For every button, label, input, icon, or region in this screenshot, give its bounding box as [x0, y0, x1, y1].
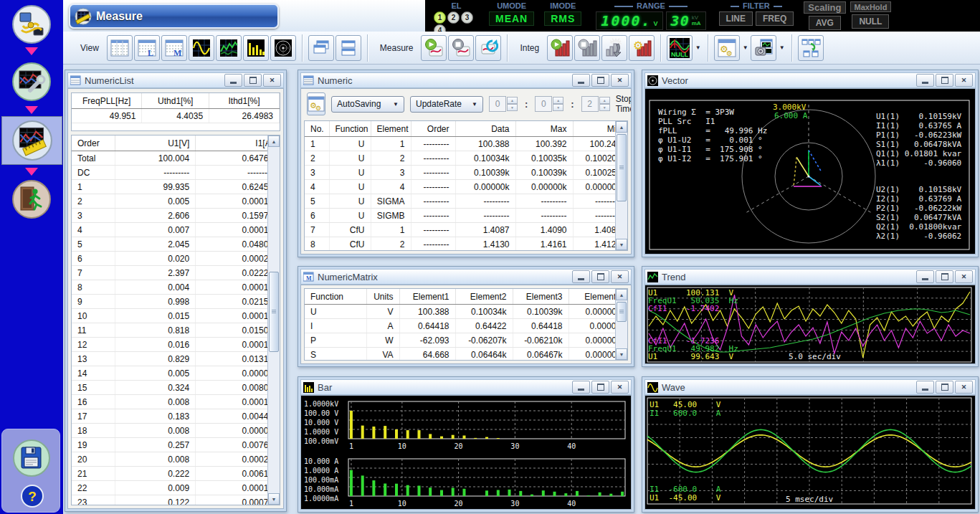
- integ-settings-button[interactable]: ⚙: [629, 35, 655, 61]
- close-button[interactable]: ✕: [611, 270, 629, 283]
- application: ? Measure EL 1 2 3: [0, 0, 980, 514]
- line-filter-button[interactable]: LINE: [719, 11, 753, 26]
- el-label: EL: [438, 1, 475, 11]
- measure-update-button[interactable]: [475, 35, 501, 61]
- restore-button[interactable]: [244, 74, 262, 87]
- column-header: Order: [411, 121, 455, 137]
- minimize-button[interactable]: [572, 270, 590, 283]
- trend-titlebar[interactable]: Trend ✕: [644, 269, 976, 285]
- bar-subchart: 1.0000kV 100.00 V 10.000 V 1.0000 V 100.…: [301, 399, 631, 453]
- scroll-down-button[interactable]: ▼: [616, 239, 627, 250]
- el-2-indicator[interactable]: 2: [447, 11, 460, 24]
- numeric-view-button[interactable]: [107, 35, 133, 61]
- null-status-button[interactable]: NULL: [852, 14, 889, 29]
- numeric-list-titlebar[interactable]: NumericList ✕: [67, 72, 284, 88]
- measure-stop-button[interactable]: [448, 35, 474, 61]
- scrollbar-thumb[interactable]: [617, 302, 627, 322]
- close-button[interactable]: ✕: [955, 270, 973, 283]
- integ-reset-button[interactable]: [601, 35, 627, 61]
- freq-filter-button[interactable]: FREQ: [756, 11, 794, 26]
- vector-window-icon: [647, 75, 658, 86]
- scrollbar-thumb[interactable]: [617, 134, 627, 201]
- avg-button[interactable]: AVG: [809, 16, 841, 30]
- scroll-up-button[interactable]: ▲: [616, 289, 627, 300]
- numeric-matrix-view-button[interactable]: M: [161, 35, 187, 61]
- trend-view-button[interactable]: [216, 35, 242, 61]
- integ-label: Integ: [520, 43, 539, 53]
- numeric-settings-button[interactable]: ⚙⚙: [307, 92, 325, 115]
- minimize-button[interactable]: [224, 74, 242, 87]
- scroll-down-button[interactable]: ▼: [268, 493, 280, 505]
- numeric-list-view-button[interactable]: L: [134, 35, 160, 61]
- vertical-scrollbar[interactable]: ▲▼: [267, 135, 280, 505]
- vertical-scrollbar[interactable]: ▲▼: [615, 121, 627, 250]
- minimize-button[interactable]: [916, 270, 934, 283]
- integ-start-button[interactable]: [547, 35, 573, 61]
- wave-view-button[interactable]: [189, 35, 214, 61]
- help-button[interactable]: ?: [20, 484, 44, 511]
- settings-dropdown[interactable]: ▼: [741, 35, 750, 61]
- table-row: 90.9980.02151: [72, 295, 280, 309]
- scroll-up-button[interactable]: ▲: [616, 121, 627, 133]
- sidebar-item-measure[interactable]: [1, 116, 62, 165]
- save-button[interactable]: [12, 439, 51, 480]
- minimize-button[interactable]: [572, 74, 590, 87]
- close-button[interactable]: ✕: [611, 74, 629, 87]
- el-1-indicator[interactable]: 1: [434, 11, 446, 24]
- close-button[interactable]: ✕: [955, 74, 973, 87]
- setup-icon[interactable]: [0, 62, 63, 102]
- vector-view-button[interactable]: [270, 35, 296, 61]
- measure-start-button[interactable]: [421, 35, 447, 61]
- autosaving-dropdown[interactable]: AutoSaving▼: [331, 96, 404, 113]
- chevron-down-icon: ▼: [472, 101, 477, 108]
- scroll-down-button[interactable]: ▼: [616, 348, 627, 360]
- window-title: NumericMatrix: [318, 272, 571, 282]
- el-3-indicator[interactable]: 3: [461, 11, 473, 24]
- restore-button[interactable]: [591, 270, 609, 283]
- minimize-button[interactable]: [916, 74, 934, 87]
- wave-titlebar[interactable]: Wave ✕: [644, 379, 976, 395]
- vector-titlebar[interactable]: Vector ✕: [644, 72, 976, 88]
- flow-arrow-icon: [25, 168, 38, 176]
- bar-view-button[interactable]: [243, 35, 269, 61]
- filter-label: FILTER: [743, 1, 770, 11]
- cascade-windows-button[interactable]: [308, 35, 334, 61]
- app-title-button[interactable]: Measure: [69, 4, 279, 29]
- minimize-button[interactable]: [572, 381, 590, 394]
- settings-button[interactable]: ⚙⚙: [714, 35, 740, 61]
- scrollbar-thumb[interactable]: [269, 272, 279, 352]
- tile-windows-button[interactable]: [336, 35, 361, 61]
- bar-titlebar[interactable]: Bar ✕: [300, 379, 632, 395]
- capture-button[interactable]: [751, 35, 776, 61]
- updaterate-dropdown[interactable]: UpdateRate▼: [410, 96, 483, 113]
- minimize-button[interactable]: [916, 381, 934, 394]
- timer-seconds-spinner[interactable]: 2 ▲▼: [581, 96, 610, 112]
- window-arrange-button[interactable]: [798, 35, 824, 61]
- integ-stop-button[interactable]: [574, 35, 600, 61]
- null-button[interactable]: NULL: [667, 35, 693, 61]
- wiring-icon[interactable]: [0, 4, 63, 44]
- restore-button[interactable]: [936, 270, 953, 283]
- table-row: 40.0070.00012: [72, 223, 280, 237]
- restore-button[interactable]: [936, 381, 953, 394]
- exit-icon[interactable]: [0, 179, 63, 219]
- numeric-titlebar[interactable]: Numeric ✕: [300, 72, 632, 88]
- vector-icon: [274, 39, 292, 57]
- close-button[interactable]: ✕: [611, 381, 629, 394]
- null-dropdown[interactable]: ▼: [693, 35, 703, 61]
- column-header: Order: [72, 135, 115, 151]
- restore-button[interactable]: [591, 381, 609, 394]
- vertical-scrollbar[interactable]: ▲▼: [615, 289, 627, 360]
- restore-button[interactable]: [591, 74, 609, 87]
- numeric-table-icon: [110, 39, 129, 57]
- close-button[interactable]: ✕: [263, 74, 281, 87]
- capture-dropdown[interactable]: ▼: [777, 35, 786, 61]
- restore-button[interactable]: [936, 74, 953, 87]
- scroll-up-button[interactable]: ▲: [268, 135, 280, 147]
- table-row: 160.0080.00019: [72, 395, 280, 409]
- numeric-matrix-titlebar[interactable]: M NumericMatrix ✕: [300, 269, 632, 285]
- close-button[interactable]: ✕: [955, 381, 973, 394]
- timer-hours-spinner[interactable]: 0 ▲▼: [489, 96, 518, 112]
- wave-icon: [192, 39, 211, 57]
- timer-minutes-spinner[interactable]: 0 ▲▼: [535, 96, 563, 112]
